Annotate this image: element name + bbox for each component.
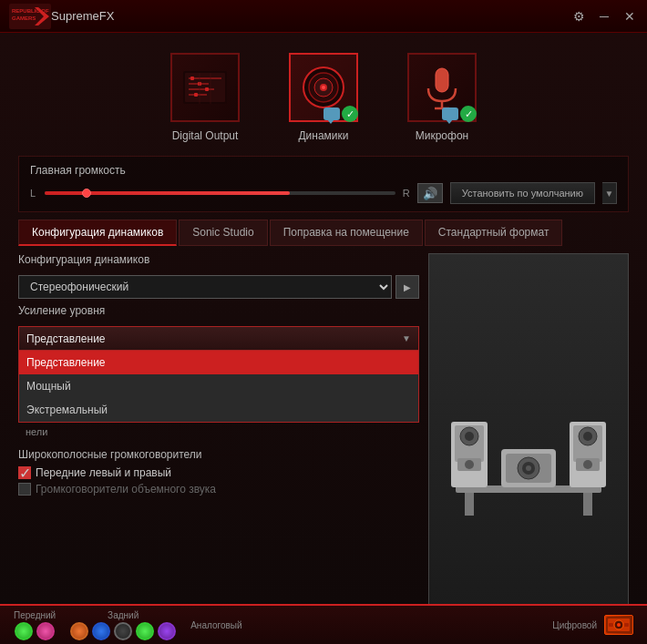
rog-logo: REPUBLIC OF GAMERS [9, 4, 51, 29]
svg-point-35 [465, 432, 474, 441]
bottom-bar: Передний Задний Аналоговый Цифровой [0, 604, 647, 644]
vol-left-label: L [30, 188, 37, 199]
left-panel: Конфигурация динамиков Стереофонический … [18, 253, 419, 635]
app-title: SupremeFX [51, 9, 570, 23]
chat-bubble-mic [442, 107, 458, 120]
svg-text:GAMERS: GAMERS [12, 15, 36, 21]
titlebar: REPUBLIC OF GAMERS SupremeFX ⚙ ─ ✕ [0, 0, 647, 33]
checkbox-front-speakers[interactable]: ✓ [18, 466, 31, 479]
broadband-section: Широкополосные громкоговорители ✓ Передн… [18, 448, 419, 499]
checkbox-surround-speakers [18, 483, 31, 496]
front-connector-green[interactable] [15, 622, 33, 640]
speaker-config-select[interactable]: Стереофонический Квадрофонический 5.1 7.… [18, 275, 392, 299]
front-section: Передний [14, 610, 56, 640]
svg-rect-21 [436, 68, 448, 92]
volume-row: L R 🔊 Установить по умолчанию ▼ [30, 182, 617, 204]
digital-label: Цифровой [552, 620, 597, 630]
device-icon-microphone[interactable]: ✓ [406, 51, 478, 124]
svg-point-37 [465, 460, 474, 469]
content-area: Конфигурация динамиков Стереофонический … [18, 253, 629, 635]
front-connectors [15, 622, 55, 640]
microphone-svg [417, 63, 467, 112]
back-connector-blue[interactable] [92, 622, 110, 640]
minimize-button[interactable]: ─ [596, 9, 612, 24]
svg-point-41 [583, 432, 592, 441]
back-connector-green[interactable] [136, 622, 154, 640]
channel-label: нели [18, 423, 419, 439]
checkbox-front-label: Передние левый и правый [36, 466, 171, 479]
dropdown-header[interactable]: Представление ▼ [18, 326, 419, 350]
svg-point-43 [583, 460, 592, 469]
volume-label: Главная громкость [30, 164, 617, 177]
dropdown-selected-label: Представление [26, 332, 106, 345]
volume-slider[interactable] [45, 186, 395, 200]
svg-rect-26 [583, 493, 592, 516]
svg-point-31 [526, 465, 531, 471]
svg-rect-13 [194, 93, 198, 97]
play-button[interactable]: ▶ [395, 275, 419, 299]
speaker-setup-svg [437, 367, 620, 522]
check-speakers: ✓ [342, 106, 358, 122]
back-section: Задний [70, 610, 176, 640]
dropdown-menu: Представление Мощный Экстремальный [18, 350, 419, 423]
back-label: Задний [108, 610, 139, 620]
digital-icon-svg [606, 617, 632, 633]
device-icon-digital-output[interactable] [169, 51, 241, 124]
digital-output-label: Digital Output [172, 129, 239, 142]
right-panel [428, 253, 629, 635]
svg-rect-25 [465, 493, 474, 516]
microphone-label: Микрофон [416, 129, 468, 142]
speakers-status: ✓ [324, 106, 358, 122]
broadband-title: Широкополосные громкоговорители [18, 448, 419, 461]
front-connector-pink[interactable] [36, 622, 55, 640]
device-digital-output: Digital Output [169, 51, 241, 142]
device-speakers: ✓ Динамики [287, 51, 360, 142]
svg-point-47 [617, 623, 621, 627]
boost-dropdown: Представление ▼ Представление Мощный Экс… [18, 326, 419, 439]
tab-speaker-config[interactable]: Конфигурация динамиков [18, 220, 177, 246]
tab-standard-format[interactable]: Стандартный формат [425, 220, 563, 246]
digital-output-svg [181, 64, 229, 111]
checkbox-row-1: ✓ Передние левый и правый [18, 466, 419, 479]
devices-row: Digital Output ✓ Дин [18, 42, 629, 156]
checkbox-row-2: Громкоговорители объемного звука [18, 483, 419, 496]
analog-label: Аналоговый [190, 620, 241, 630]
svg-point-20 [322, 86, 325, 89]
tabs-row: Конфигурация динамиков Sonic Studio Попр… [18, 220, 629, 246]
svg-rect-49 [624, 623, 629, 627]
speaker-visualization [429, 254, 628, 634]
tab-sonic-studio[interactable]: Sonic Studio [179, 220, 267, 246]
device-icon-speakers[interactable]: ✓ [287, 51, 360, 124]
digital-section: Цифровой [552, 615, 633, 635]
back-connector-purple[interactable] [158, 622, 176, 640]
svg-rect-12 [205, 87, 209, 91]
speakers-label: Динамики [298, 129, 348, 142]
window-controls: ⚙ ─ ✕ [570, 9, 638, 24]
settings-button[interactable]: ⚙ [570, 9, 587, 24]
checkbox-surround-label: Громкоговорители объемного звука [36, 483, 216, 496]
dropdown-item-2[interactable]: Экстремальный [19, 398, 418, 422]
dropdown-item-1[interactable]: Мощный [19, 374, 418, 398]
vol-right-label: R [403, 188, 410, 199]
main-panel: Digital Output ✓ Дин [0, 33, 647, 644]
back-connector-orange[interactable] [70, 622, 88, 640]
check-mic: ✓ [460, 106, 477, 122]
analog-section: Аналоговый [190, 620, 241, 630]
device-microphone: ✓ Микрофон [406, 51, 478, 142]
rog-icon: REPUBLIC OF GAMERS [9, 4, 51, 29]
back-connectors [70, 622, 176, 640]
svg-rect-10 [190, 77, 194, 80]
speaker-select-row: Стереофонический Квадрофонический 5.1 7.… [18, 275, 419, 299]
set-default-arrow[interactable]: ▼ [602, 182, 617, 204]
tab-room-correction[interactable]: Поправка на помещение [270, 220, 423, 246]
digital-icon[interactable] [604, 615, 633, 635]
back-connector-dark[interactable] [114, 622, 132, 640]
svg-rect-48 [609, 623, 613, 627]
close-button[interactable]: ✕ [621, 9, 638, 24]
dropdown-item-0[interactable]: Представление [19, 351, 418, 374]
speaker-config-title: Конфигурация динамиков [18, 253, 419, 266]
microphone-status: ✓ [442, 106, 477, 122]
boost-label: Усиление уровня [18, 304, 419, 317]
volume-icon[interactable]: 🔊 [417, 183, 443, 203]
set-default-button[interactable]: Установить по умолчанию [450, 182, 595, 204]
